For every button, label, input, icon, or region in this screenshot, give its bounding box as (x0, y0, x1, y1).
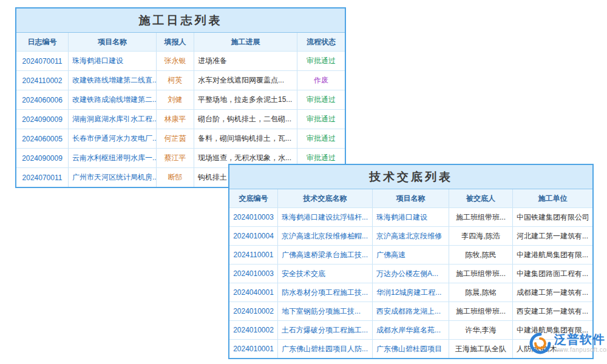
log-project-link[interactable]: 广州市天河区统计局机房... (69, 168, 157, 187)
log-table-row[interactable]: 2024060006 改建铁路成渝线增建第二... 刘健 平整场地，拉走多余泥土… (16, 90, 345, 109)
log-col-project: 项目名称 (69, 33, 157, 51)
disclosure-name-link[interactable]: 京沪高速北京段维修桩帽... (278, 227, 373, 245)
log-table-header: 日志编号 项目名称 填报人 施工进展 流程状态 (16, 33, 345, 51)
log-progress: 平整场地，拉走多余泥土15... (194, 90, 297, 109)
log-col-id: 日志编号 (16, 33, 69, 51)
log-project-link[interactable]: 云南水利枢纽潜明水库一... (69, 149, 157, 167)
disclosure-col-project: 项目名称 (373, 189, 449, 207)
log-project-link[interactable]: 珠海鹤港口建设 (69, 52, 157, 70)
disclosure-id-link[interactable]: 2024010002 (229, 321, 278, 339)
disclosure-project-link[interactable]: 万达办公楼左侧A... (373, 265, 449, 283)
construction-log-panel: 施工日志列表 日志编号 项目名称 填报人 施工进展 流程状态 202407001… (15, 7, 346, 188)
log-progress: 进场准备 (194, 52, 297, 70)
disclosure-table-row[interactable]: 2024010003 安全技术交底 万达办公楼左侧A... 施工班组带班... … (229, 264, 592, 283)
disclosure-project-link[interactable]: 广东佛山碧桂园项目 (373, 340, 449, 358)
log-col-status: 流程状态 (297, 33, 345, 51)
log-table-row[interactable]: 2024070011 珠海鹤港口建设 张永银 进场准备 审批通过 (16, 51, 345, 70)
log-id-link[interactable]: 2024060006 (16, 90, 69, 109)
disclosure-project-link[interactable]: 珠海鹤港口建设 (373, 208, 449, 226)
disclosure-table-row[interactable]: 2024010002 地下室钢筋分项施工技... 西安成都路龙湖上... 施工班… (229, 302, 592, 320)
disclosure-unit: 西安建工第一建筑有... (513, 302, 592, 320)
disclosure-unit: 成都建工第一建筑有... (513, 283, 592, 302)
disclosure-id-link[interactable]: 2024010004 (229, 227, 278, 245)
log-table-row[interactable]: 2024060005 长春市伊通河水力发电厂... 何芷茵 备料，砌间墙钩机排土… (16, 129, 345, 148)
disclosure-person: 施工班组带班... (449, 265, 513, 283)
disclosure-id-link[interactable]: 2024010003 (229, 208, 278, 226)
disclosure-person: 许华,李海 (449, 321, 513, 339)
disclosure-project-link[interactable]: 成都水岸华庭名苑... (373, 321, 449, 339)
log-project-link[interactable]: 改建铁路线增建第二线直... (69, 71, 157, 90)
log-id-link[interactable]: 2024070011 (16, 52, 69, 70)
log-project-link[interactable]: 改建铁路成渝线增建第二... (69, 90, 157, 109)
log-reporter: 刘健 (157, 90, 194, 109)
disclosure-name-link[interactable]: 广佛高速桥梁承台施工技... (278, 246, 373, 264)
disclosure-col-name: 技术交底名称 (278, 189, 373, 207)
disclosure-id-link[interactable]: 2024010002 (229, 302, 278, 320)
watermark-brand-text: 泛普软件 (554, 332, 607, 346)
log-id-link[interactable]: 2024110002 (16, 71, 69, 90)
log-id-link[interactable]: 2024070011 (16, 168, 69, 187)
disclosure-project-link[interactable]: 西安成都路龙湖上... (373, 302, 449, 320)
watermark-url-text: www.fanpusoft.com (554, 346, 607, 353)
log-status-badge: 作废 (297, 71, 345, 90)
fanpu-logo-icon (529, 332, 551, 357)
disclosure-col-person: 被交底人 (449, 189, 513, 207)
disclosure-person: 施工班组带班... (449, 302, 513, 320)
disclosure-table-row[interactable]: 2024010004 京沪高速北京段维修桩帽... 京沪高速北京段维修 李四海,… (229, 226, 592, 245)
log-col-reporter: 填报人 (157, 33, 194, 51)
disclosure-unit: 中建集团路面工程有... (513, 265, 592, 283)
log-status-badge: 审批通过 (297, 129, 345, 148)
log-progress: 水车对全线遮阳网覆盖点... (194, 71, 297, 90)
disclosure-unit: 中建港航局集团有限... (513, 246, 592, 264)
disclosure-person: 王海施工队全队 (449, 340, 513, 358)
log-table-row[interactable]: 2024090009 湖南洞庭湖水库引水工程... 林康平 砌台阶，钩机排土，二… (16, 109, 345, 129)
disclosure-id-link[interactable]: 2024110001 (229, 246, 278, 264)
disclosure-person: 李四海,陈浩 (449, 227, 513, 245)
disclosure-person: 陈牧,陈民 (449, 246, 513, 264)
disclosure-project-link[interactable]: 广佛高速 (373, 246, 449, 264)
log-reporter: 林康平 (157, 110, 194, 129)
disclosure-person: 陈晨,陈铭 (449, 283, 513, 302)
log-status-badge: 审批通过 (297, 52, 345, 70)
disclosure-name-link[interactable]: 地下室钢筋分项施工技... (278, 302, 373, 320)
fanpu-watermark: 泛普软件 www.fanpusoft.com (529, 332, 607, 357)
disclosure-name-link[interactable]: 土石方爆破分项工程施工... (278, 321, 373, 339)
log-reporter: 蔡江平 (157, 149, 194, 167)
log-id-link[interactable]: 2024090009 (16, 110, 69, 129)
disclosure-project-link[interactable]: 京沪高速北京段维修 (373, 227, 449, 245)
disclosure-panel-title: 技术交底列表 (229, 165, 592, 189)
disclosure-name-link[interactable]: 安全技术交底 (278, 265, 373, 283)
log-table-row[interactable]: 2024110002 改建铁路线增建第二线直... 柯英 水车对全线遮阳网覆盖点… (16, 70, 345, 90)
log-panel-title: 施工日志列表 (16, 8, 345, 33)
log-col-progress: 施工进展 (194, 33, 297, 51)
disclosure-unit: 中国铁建集团有限公司 (513, 208, 592, 226)
disclosure-id-link[interactable]: 2024040001 (229, 283, 278, 302)
log-reporter: 断郜 (157, 168, 194, 187)
log-project-link[interactable]: 湖南洞庭湖水库引水工程... (69, 110, 157, 129)
disclosure-name-link[interactable]: 防水卷材分项工程施工技... (278, 283, 373, 302)
disclosure-col-unit: 施工单位 (513, 189, 592, 207)
disclosure-name-link[interactable]: 广东佛山碧桂园项目人防... (278, 340, 373, 358)
disclosure-table-row[interactable]: 2024110001 广佛高速桥梁承台施工技... 广佛高速 陈牧,陈民 中建港… (229, 245, 592, 264)
log-reporter: 柯英 (157, 71, 194, 90)
disclosure-table-row[interactable]: 2024040001 防水卷材分项工程施工技... 华润12城房建工程... 陈… (229, 283, 592, 302)
log-id-link[interactable]: 2024060005 (16, 129, 69, 148)
log-progress: 备料，砌间墙钩机排土，瓦... (194, 129, 297, 148)
technical-disclosure-panel: 技术交底列表 交底编号 技术交底名称 项目名称 被交底人 施工单位 202401… (228, 164, 594, 359)
disclosure-id-link[interactable]: 2024010001 (229, 340, 278, 358)
disclosure-person: 施工班组带班... (449, 208, 513, 226)
log-status-badge: 审批通过 (297, 90, 345, 109)
disclosure-table-row[interactable]: 2024010003 珠海鹤港口建设抗浮锚杆... 珠海鹤港口建设 施工班组带班… (229, 207, 592, 226)
log-project-link[interactable]: 长春市伊通河水力发电厂... (69, 129, 157, 148)
log-reporter: 何芷茵 (157, 129, 194, 148)
disclosure-id-link[interactable]: 2024010003 (229, 265, 278, 283)
disclosure-project-link[interactable]: 华润12城房建工程... (373, 283, 449, 302)
disclosure-unit: 河北建工第一建筑有... (513, 227, 592, 245)
log-progress: 砌台阶，钩机排土，二包砌... (194, 110, 297, 129)
log-id-link[interactable]: 2024090009 (16, 149, 69, 167)
disclosure-name-link[interactable]: 珠海鹤港口建设抗浮锚杆... (278, 208, 373, 226)
log-reporter: 张永银 (157, 52, 194, 70)
disclosure-col-id: 交底编号 (229, 189, 278, 207)
disclosure-table-header: 交底编号 技术交底名称 项目名称 被交底人 施工单位 (229, 189, 592, 207)
log-status-badge: 审批通过 (297, 110, 345, 129)
